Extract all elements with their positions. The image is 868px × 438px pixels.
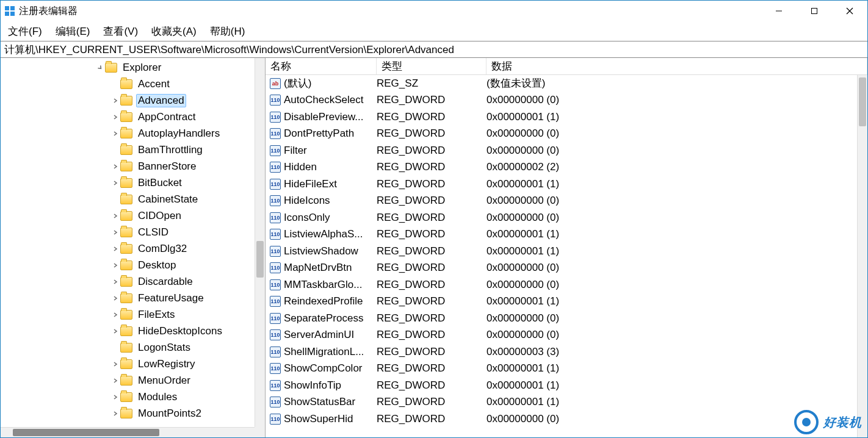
tree-horizontal-scrollbar[interactable] [1,427,255,437]
column-header-data[interactable]: 数据 [486,58,867,74]
tree-item[interactable]: BannerStore [1,158,265,174]
value-row[interactable]: 110ShowCompColorREG_DWORD0x00000001 (1) [266,361,867,378]
column-header-name[interactable]: 名称 [266,58,377,74]
tree-item[interactable]: FileExts [1,306,265,323]
chevron-right-icon[interactable] [110,181,120,185]
chevron-right-icon[interactable] [110,263,120,268]
chevron-right-icon[interactable] [110,115,120,120]
tree-vertical-thumb[interactable] [256,241,264,278]
value-row[interactable]: 110HiddenREG_DWORD0x00000002 (2) [266,159,867,176]
chevron-right-icon[interactable] [110,362,120,367]
value-data: 0x00000000 (0) [486,94,867,106]
tree-item[interactable]: AppContract [1,109,265,125]
menu-view[interactable]: 查看(V) [101,23,140,40]
value-data: 0x00000001 (1) [486,228,867,240]
value-row[interactable]: 110ListviewAlphaS...REG_DWORD0x00000001 … [266,226,867,243]
reg-sz-icon: ab [268,78,283,89]
chevron-right-icon[interactable] [110,230,120,235]
value-row[interactable]: 110SeparateProcessREG_DWORD0x00000000 (0… [266,310,867,327]
tree-item[interactable]: Desktop [1,257,265,273]
chevron-right-icon[interactable] [110,378,120,383]
svg-rect-2 [5,12,9,16]
tree-item[interactable]: Modules [1,389,265,405]
tree-item[interactable]: BitBucket [1,174,265,191]
value-row[interactable]: 110ServerAdminUIREG_DWORD0x00000000 (0) [266,327,867,344]
tree-item[interactable]: ComDlg32 [1,240,265,257]
value-row[interactable]: 110ShowStatusBarREG_DWORD0x00000001 (1) [266,394,867,411]
values-list: ab(默认)REG_SZ(数值未设置)110AutoCheckSelectREG… [266,75,867,437]
tree-item[interactable]: MountPoints2 [1,405,265,422]
value-row[interactable]: ab(默认)REG_SZ(数值未设置) [266,75,867,92]
value-row[interactable]: 110HideFileExtREG_DWORD0x00000001 (1) [266,176,867,193]
folder-icon [120,244,132,254]
value-row[interactable]: 110DontPrettyPathREG_DWORD0x00000000 (0) [266,126,867,143]
tree-item[interactable]: CLSID [1,224,265,240]
minimize-button[interactable] [761,1,797,21]
address-bar[interactable]: 计算机\HKEY_CURRENT_USER\Software\Microsoft… [1,41,867,58]
chevron-right-icon[interactable] [110,312,120,317]
tree-item[interactable]: LogonStats [1,339,265,356]
values-vertical-scrollbar[interactable] [857,75,867,437]
tree-item[interactable]: FeatureUsage [1,290,265,306]
reg-dword-icon: 110 [268,95,283,106]
value-name: ShowStatusBar [284,396,377,408]
value-row[interactable]: 110HideIconsREG_DWORD0x00000000 (0) [266,193,867,210]
regedit-icon [4,5,15,16]
value-row[interactable]: 110MMTaskbarGlo...REG_DWORD0x00000000 (0… [266,276,867,293]
tree-horizontal-thumb[interactable] [13,429,159,436]
reg-dword-icon: 110 [268,380,283,391]
value-row[interactable]: 110MapNetDrvBtnREG_DWORD0x00000000 (0) [266,260,867,277]
value-row[interactable]: 110ReindexedProfileREG_DWORD0x00000001 (… [266,293,867,311]
value-row[interactable]: 110AutoCheckSelectREG_DWORD0x00000000 (0… [266,92,867,109]
menu-help[interactable]: 帮助(H) [208,23,248,40]
value-row[interactable]: 110DisablePreview...REG_DWORD0x00000001 … [266,109,867,126]
tree-item[interactable]: BamThrottling [1,142,265,158]
reg-dword-icon: 110 [268,179,283,190]
chevron-down-icon[interactable] [95,65,105,70]
value-row[interactable]: 110ShellMigrationL...REG_DWORD0x00000003… [266,343,867,361]
menu-favorites[interactable]: 收藏夹(A) [149,23,199,40]
chevron-right-icon[interactable] [110,411,120,416]
tree-label: Accent [136,77,172,91]
chevron-right-icon[interactable] [110,279,120,284]
chevron-right-icon[interactable] [110,214,120,218]
maximize-button[interactable] [797,1,832,21]
column-header-type[interactable]: 类型 [377,58,486,74]
value-row[interactable]: 110ShowInfoTipREG_DWORD0x00000001 (1) [266,377,867,394]
value-row[interactable]: 110FilterREG_DWORD0x00000000 (0) [266,142,867,159]
tree-label: HideDesktopIcons [136,325,224,338]
value-name: IconsOnly [284,212,377,224]
chevron-right-icon[interactable] [110,164,120,169]
menu-edit[interactable]: 编辑(E) [53,23,93,40]
value-row[interactable]: 110ListviewShadowREG_DWORD0x00000001 (1) [266,243,867,260]
tree-item[interactable]: CIDOpen [1,207,265,224]
chevron-right-icon[interactable] [110,98,120,103]
folder-icon [120,211,132,221]
chevron-right-icon[interactable] [110,329,120,334]
value-data: 0x00000001 (1) [486,178,867,190]
chevron-right-icon[interactable] [110,246,120,251]
value-data: 0x00000000 (0) [486,212,867,224]
close-button[interactable] [832,1,867,21]
tree-item[interactable]: AutoplayHandlers [1,125,265,142]
tree-item[interactable]: Discardable [1,273,265,290]
folder-icon [120,145,132,155]
tree-vertical-scrollbar[interactable] [255,58,265,427]
reg-dword-icon: 110 [268,279,283,290]
chevron-right-icon[interactable] [110,131,120,136]
menu-file[interactable]: 文件(F) [5,23,45,40]
value-row[interactable]: 110IconsOnlyREG_DWORD0x00000000 (0) [266,209,867,226]
tree-item-explorer[interactable]: Explorer [1,59,265,76]
tree-item[interactable]: Advanced [1,92,265,109]
chevron-right-icon[interactable] [110,296,120,301]
tree-item[interactable]: MenuOrder [1,372,265,389]
values-vertical-thumb[interactable] [859,77,866,126]
tree-item[interactable]: CabinetState [1,191,265,207]
chevron-right-icon[interactable] [110,395,120,400]
tree-item[interactable]: HideDesktopIcons [1,323,265,339]
tree-item[interactable]: LowRegistry [1,356,265,372]
tree-item[interactable]: Accent [1,76,265,92]
menubar: 文件(F) 编辑(E) 查看(V) 收藏夹(A) 帮助(H) [1,21,867,41]
tree-label: CLSID [136,226,170,239]
value-row[interactable]: 110ShowSuperHidREG_DWORD0x00000000 (0) [266,411,867,428]
